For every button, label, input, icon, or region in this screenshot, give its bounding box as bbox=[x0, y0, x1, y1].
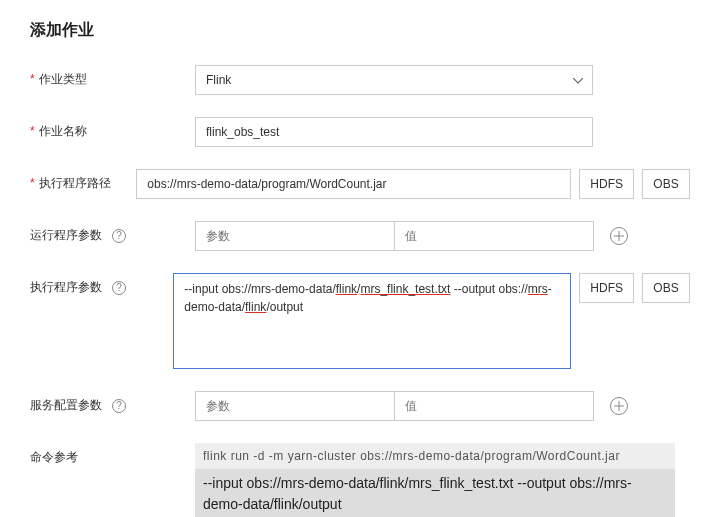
label-run-params: 运行程序参数 bbox=[30, 227, 102, 244]
help-icon[interactable]: ? bbox=[112, 229, 126, 243]
exec-params-hdfs-button[interactable]: HDFS bbox=[579, 273, 634, 303]
run-param-key-input[interactable] bbox=[195, 221, 395, 251]
cmd-ref-line2: --input obs://mrs-demo-data/flink/mrs_fl… bbox=[195, 469, 675, 517]
exec-params-textarea[interactable]: --input obs://mrs-demo-data/flink/mrs_fl… bbox=[173, 273, 571, 369]
exec-path-hdfs-button[interactable]: HDFS bbox=[579, 169, 634, 199]
job-name-input[interactable] bbox=[195, 117, 593, 147]
service-key-input[interactable] bbox=[195, 391, 395, 421]
job-type-select[interactable] bbox=[195, 65, 593, 95]
job-type-value[interactable] bbox=[195, 65, 593, 95]
label-job-type: 作业类型 bbox=[30, 71, 87, 88]
add-service-param-button[interactable] bbox=[610, 397, 628, 415]
service-value-input[interactable] bbox=[394, 391, 594, 421]
exec-path-obs-button[interactable]: OBS bbox=[642, 169, 690, 199]
add-run-param-button[interactable] bbox=[610, 227, 628, 245]
label-exec-params: 执行程序参数 bbox=[30, 279, 102, 296]
command-reference: flink run -d -m yarn-cluster obs://mrs-d… bbox=[195, 443, 675, 517]
run-param-value-input[interactable] bbox=[394, 221, 594, 251]
help-icon[interactable]: ? bbox=[112, 281, 126, 295]
page-title: 添加作业 bbox=[30, 20, 690, 41]
cmd-ref-line1: flink run -d -m yarn-cluster obs://mrs-d… bbox=[195, 443, 675, 469]
label-exec-path: 执行程序路径 bbox=[30, 175, 111, 192]
label-service-config: 服务配置参数 bbox=[30, 397, 102, 414]
help-icon[interactable]: ? bbox=[112, 399, 126, 413]
label-cmd-ref: 命令参考 bbox=[30, 449, 78, 466]
exec-params-obs-button[interactable]: OBS bbox=[642, 273, 690, 303]
exec-path-input[interactable] bbox=[136, 169, 571, 199]
label-job-name: 作业名称 bbox=[30, 123, 87, 140]
